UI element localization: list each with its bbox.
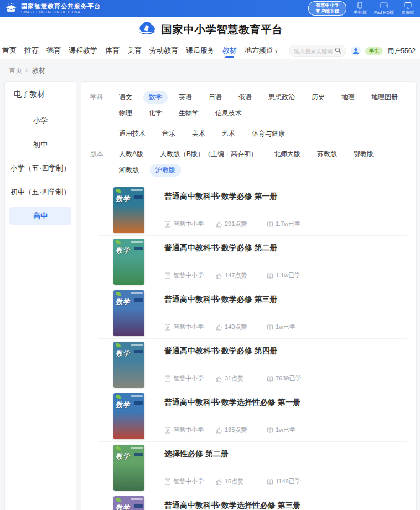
version-人教版（B版）（主编：高存明）[interactable]: 人教版（B版）（主编：高存明） bbox=[154, 148, 263, 161]
breadcrumb-home[interactable]: 首页 bbox=[9, 66, 22, 75]
book-cover[interactable]: 数学 bbox=[113, 239, 144, 285]
subject-英语[interactable]: 英语 bbox=[173, 91, 198, 104]
learned-book-icon bbox=[267, 221, 273, 228]
subject-生物学[interactable]: 生物学 bbox=[173, 107, 204, 120]
book-learned-count: 1.1w已学 bbox=[276, 271, 300, 280]
sidebar-item-小学（五·四学制）[interactable]: 小学（五·四学制） bbox=[9, 159, 71, 177]
nav-item-课程教学[interactable]: 课程教学 bbox=[69, 44, 97, 58]
book-title[interactable]: 普通高中教科书·数学选择性必修 第一册 bbox=[164, 398, 407, 408]
content-panel: 学科 语文数学英语日语俄语思想政治历史地理地理图册物理化学生物学信息技术 通用技… bbox=[81, 81, 417, 510]
subject-体育与健康[interactable]: 体育与健康 bbox=[246, 127, 291, 140]
version-鄂教版[interactable]: 鄂教版 bbox=[348, 148, 379, 161]
book-cover[interactable]: 数学 bbox=[113, 496, 144, 510]
book-list-item[interactable]: 数学 普通高中教科书·数学必修 第二册 智慧中小学 147点赞 bbox=[98, 236, 407, 287]
client-desktop[interactable]: 桌面端 bbox=[401, 2, 414, 16]
book-learned-count: 1.7w已学 bbox=[276, 220, 300, 228]
subject-地理图册[interactable]: 地理图册 bbox=[366, 91, 403, 104]
book-learned-count: 1w已学 bbox=[276, 323, 295, 331]
topbar-brand-en: SMART EDUCATION OF CHINA bbox=[21, 10, 101, 14]
sidebar: 电子教材 小学初中小学（五·四学制）初中（五·四学制）高中 bbox=[4, 81, 76, 510]
version-人教A版[interactable]: 人教A版 bbox=[113, 148, 149, 161]
book-stats: 智慧中小学 147点赞 1.1w已学 bbox=[164, 271, 407, 280]
nav-item-课后服务[interactable]: 课后服务 bbox=[186, 44, 215, 58]
subject-语文[interactable]: 语文 bbox=[113, 91, 138, 104]
subject-通用技术[interactable]: 通用技术 bbox=[113, 127, 151, 140]
book-title[interactable]: 普通高中教科书·数学必修 第二册 bbox=[164, 243, 407, 253]
phone-icon bbox=[357, 2, 363, 9]
book-list-item[interactable]: 数学 普通高中教科书·数学必修 第四册 智慧中小学 31点赞 bbox=[98, 339, 407, 390]
publisher-doc-icon bbox=[164, 272, 171, 279]
book-likes: 31点赞 bbox=[225, 374, 243, 383]
subject-历史[interactable]: 历史 bbox=[306, 91, 330, 104]
client-tablet[interactable]: Pad HD版 bbox=[374, 2, 394, 16]
subject-物理[interactable]: 物理 bbox=[113, 107, 138, 120]
subject-俄语[interactable]: 俄语 bbox=[233, 91, 257, 104]
cover-subject-label: 数学 bbox=[116, 349, 130, 358]
smart-education-logo-icon bbox=[4, 3, 18, 14]
book-stats: 智慧中小学 15点赞 1148已学 bbox=[164, 477, 407, 486]
sidebar-item-初中（五·四学制）[interactable]: 初中（五·四学制） bbox=[9, 183, 71, 201]
nav-item-首页[interactable]: 首页 bbox=[2, 44, 17, 58]
subject-日语[interactable]: 日语 bbox=[203, 91, 227, 104]
subject-美术[interactable]: 美术 bbox=[186, 127, 211, 140]
topbar-brand-cn: 国家智慧教育公共服务平台 bbox=[21, 3, 101, 9]
leaf-icon bbox=[116, 395, 121, 399]
book-cover[interactable]: 数学 bbox=[113, 187, 144, 233]
client-phone[interactable]: 手机版 bbox=[354, 2, 367, 16]
nav-item-地方频道[interactable]: 地方频道∨ bbox=[245, 44, 278, 58]
search-box[interactable] bbox=[289, 45, 346, 57]
search-input[interactable] bbox=[294, 48, 333, 54]
subject-信息技术[interactable]: 信息技术 bbox=[210, 107, 247, 120]
nav-item-劳动教育[interactable]: 劳动教育 bbox=[149, 44, 178, 58]
learned-book-icon bbox=[267, 272, 273, 279]
book-list-item[interactable]: 数学 普通高中教科书·数学必修 第三册 智慧中小学 140点赞 bbox=[98, 287, 407, 339]
subject-数学[interactable]: 数学 bbox=[143, 91, 168, 104]
subject-filter-row: 学科 语文数学英语日语俄语思想政治历史地理地理图册物理化学生物学信息技术 bbox=[90, 91, 408, 120]
subject-音乐[interactable]: 音乐 bbox=[157, 127, 181, 140]
sidebar-item-高中[interactable]: 高中 bbox=[9, 207, 71, 225]
book-list-item[interactable]: 数学 普通高中教科书·数学选择性必修 第三册 智慧中小学 28点赞 bbox=[98, 493, 407, 510]
cloud-logo-icon bbox=[137, 22, 157, 38]
nav-item-教材[interactable]: 教材 bbox=[222, 44, 237, 58]
nav-item-体育[interactable]: 体育 bbox=[105, 44, 120, 58]
sidebar-title: 电子教材 bbox=[9, 90, 71, 100]
breadcrumb-separator: > bbox=[25, 68, 29, 74]
subject-filter-label: 学科 bbox=[90, 91, 105, 102]
book-title[interactable]: 普通高中教科书·数学选择性必修 第三册 bbox=[164, 501, 407, 510]
publisher-doc-icon bbox=[164, 324, 171, 331]
user-avatar[interactable] bbox=[351, 46, 361, 56]
book-title[interactable]: 普通高中教科书·数学必修 第一册 bbox=[164, 192, 407, 202]
book-title[interactable]: 普通高中教科书·数学必修 第三册 bbox=[164, 295, 407, 305]
version-沪教版[interactable]: 沪教版 bbox=[150, 164, 181, 177]
book-title[interactable]: 普通高中教科书·数学必修 第四册 bbox=[164, 346, 407, 356]
book-stats: 智慧中小学 291点赞 1.7w已学 bbox=[164, 220, 407, 228]
site-header: 国家中小学智慧教育平台 bbox=[0, 17, 420, 43]
book-list-item[interactable]: 数学 选择性必修 第二册 智慧中小学 15点赞 bbox=[98, 442, 407, 493]
version-湘教版[interactable]: 湘教版 bbox=[113, 164, 144, 177]
cover-subject-label: 数学 bbox=[116, 297, 130, 307]
book-list-item[interactable]: 数学 普通高中教科书·数学必修 第一册 智慧中小学 291点赞 bbox=[98, 184, 407, 236]
book-cover[interactable]: 数学 bbox=[113, 445, 144, 491]
main-nav: 首页推荐德育课程教学体育美育劳动教育课后服务教材地方频道∨ 学生 用户5562 bbox=[0, 43, 420, 59]
book-title[interactable]: 选择性必修 第二册 bbox=[164, 449, 407, 459]
version-北师大版[interactable]: 北师大版 bbox=[268, 148, 306, 161]
search-icon[interactable] bbox=[335, 46, 341, 56]
nav-item-德育[interactable]: 德育 bbox=[46, 44, 61, 58]
sidebar-item-小学[interactable]: 小学 bbox=[9, 112, 71, 130]
client-download-button[interactable]: 智慧中小学 客户端下载 bbox=[308, 1, 346, 15]
subject-艺术[interactable]: 艺术 bbox=[216, 127, 241, 140]
sidebar-item-初中[interactable]: 初中 bbox=[9, 136, 71, 153]
nav-item-美育[interactable]: 美育 bbox=[127, 44, 142, 58]
subject-地理[interactable]: 地理 bbox=[336, 91, 360, 104]
book-cover[interactable]: 数学 bbox=[113, 290, 144, 336]
user-name[interactable]: 用户5562 bbox=[387, 47, 416, 56]
book-list-item[interactable]: 数学 普通高中教科书·数学选择性必修 第一册 智慧中小学 135点赞 bbox=[98, 390, 407, 442]
book-cover[interactable]: 数学 bbox=[113, 342, 144, 388]
subject-化学[interactable]: 化学 bbox=[143, 107, 168, 120]
book-publisher: 智慧中小学 bbox=[173, 220, 204, 228]
version-苏教版[interactable]: 苏教版 bbox=[312, 148, 343, 161]
book-cover[interactable]: 数学 bbox=[113, 393, 144, 439]
book-publisher: 智慧中小学 bbox=[173, 426, 204, 434]
nav-item-推荐[interactable]: 推荐 bbox=[24, 44, 39, 58]
subject-思想政治[interactable]: 思想政治 bbox=[263, 91, 300, 104]
